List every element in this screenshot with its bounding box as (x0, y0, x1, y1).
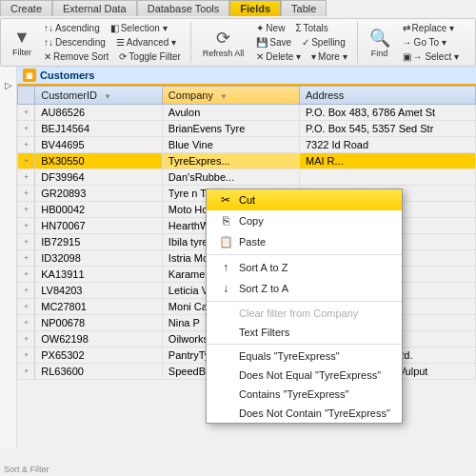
ctx-sep-2 (207, 301, 402, 302)
row-expand[interactable]: + (18, 315, 35, 331)
select-button[interactable]: ▣ → Select ▾ (399, 50, 463, 63)
row-expand[interactable]: + (18, 299, 35, 315)
ctx-copy[interactable]: Copy (207, 210, 402, 231)
row-expand[interactable]: + (18, 331, 35, 347)
cell-address: 7322 Id Road (300, 137, 476, 153)
remove-sort-button[interactable]: ✕ Remove Sort (40, 50, 112, 63)
app-container: Create External Data Database Tools Fiel… (0, 0, 476, 447)
ctx-sort-za[interactable]: Sort Z to A (207, 278, 402, 299)
cell-customer-id: PX65302 (35, 347, 163, 364)
tab-create[interactable]: Create (0, 0, 52, 16)
ctx-sep-3 (207, 344, 402, 345)
new-record-button[interactable]: ✦ New (252, 22, 288, 34)
cell-company: Dan'sRubbe... (162, 169, 299, 186)
table-row[interactable]: +BX30550TyreExpres...MAI R... (18, 153, 476, 169)
row-expand[interactable]: + (18, 283, 35, 299)
save-button[interactable]: 💾 Save (252, 36, 295, 49)
tab-bar: Create External Data Database Tools Fiel… (0, 0, 476, 16)
table-area: ▦ Customers CustomerID ▼ Comp (17, 67, 476, 447)
col-expander (18, 87, 35, 105)
totals-icon: Σ (295, 23, 301, 33)
spelling-button[interactable]: ✓ Spelling (298, 36, 349, 49)
context-menu: Cut Copy Paste Sort A to Z Sort Z t (206, 188, 403, 424)
delete-button[interactable]: ✕ Delete ▾ (252, 50, 305, 63)
totals-button[interactable]: Σ Totals (291, 22, 331, 34)
spelling-icon: ✓ (302, 37, 309, 48)
row-expand[interactable]: + (18, 202, 35, 218)
tab-external-data[interactable]: External Data (52, 0, 137, 16)
tab-database-tools[interactable]: Database Tools (137, 0, 230, 16)
cell-customer-id: HN70067 (35, 218, 163, 234)
cell-customer-id: GR20893 (35, 186, 163, 202)
ctx-sort-az[interactable]: Sort A to Z (207, 257, 402, 278)
row-expand[interactable]: + (18, 267, 35, 283)
filter-button[interactable]: ▼ Filter (7, 26, 37, 59)
ctx-cut[interactable]: Cut (207, 189, 402, 210)
cell-customer-id: DF39964 (35, 169, 163, 186)
ascending-button[interactable]: ↑↓ Ascending (40, 22, 104, 34)
table-row[interactable]: +BV44695Blue Vine7322 Id Road (18, 137, 476, 153)
row-expand[interactable]: + (18, 186, 35, 202)
col-company[interactable]: Company ▼ (162, 87, 299, 105)
find-button[interactable]: 🔍 Find (364, 26, 396, 60)
cell-customer-id: HB00042 (35, 202, 163, 218)
replace-button[interactable]: ⇄ Replace ▾ (399, 22, 463, 34)
sort-arrow: ▼ (104, 92, 111, 101)
cell-customer-id: BX30550 (35, 153, 163, 169)
row-expand[interactable]: + (18, 121, 35, 137)
table-row[interactable]: +DF39964Dan'sRubbe... (18, 169, 476, 186)
refresh-all-button[interactable]: ⟳ Refresh All (197, 26, 250, 60)
ctx-not-contains[interactable]: Does Not Contain "TyreExpress" (207, 404, 402, 423)
ascending-icon: ↑↓ (44, 23, 53, 33)
col-customer-id[interactable]: CustomerID ▼ (35, 87, 163, 105)
ctx-clear-filter: Clear filter from Company (207, 304, 402, 323)
cell-customer-id: OW62198 (35, 331, 163, 347)
table-title-bar: ▦ Customers (17, 67, 476, 86)
remove-sort-icon: ✕ (44, 51, 51, 62)
row-expand[interactable]: + (18, 137, 35, 153)
selection-button[interactable]: ◧ Selection ▾ (107, 22, 171, 34)
row-expand[interactable]: + (18, 234, 35, 250)
main-content: ▷ ▦ Customers CustomerID ▼ (0, 67, 476, 447)
cell-company: BrianEvens Tyre (162, 121, 299, 137)
row-expand[interactable]: + (18, 105, 35, 121)
cell-customer-id: RL63600 (35, 364, 163, 380)
table-row[interactable]: +BEJ14564BrianEvens TyreP.O. Box 545, 53… (18, 121, 476, 137)
ctx-text-filters[interactable]: Text Filters (207, 323, 402, 342)
table-icon: ▦ (23, 69, 36, 82)
ctx-not-equals[interactable]: Does Not Equal "TyreExpress" (207, 366, 402, 385)
new-icon: ✦ (256, 23, 264, 33)
cell-customer-id: LV84203 (35, 283, 163, 299)
cell-customer-id: MC27801 (35, 299, 163, 315)
ctx-equals[interactable]: Equals "TyreExpress" (207, 347, 402, 366)
row-expand[interactable]: + (18, 347, 35, 364)
col-address[interactable]: Address (300, 87, 476, 105)
row-expand[interactable]: + (18, 153, 35, 169)
cell-customer-id: KA13911 (35, 267, 163, 283)
row-expand[interactable]: + (18, 218, 35, 234)
ctx-paste[interactable]: Paste (207, 231, 402, 252)
advanced-button[interactable]: ☰ Advanced ▾ (112, 36, 180, 49)
more-button[interactable]: ▾ More ▾ (307, 50, 351, 63)
tab-fields[interactable]: Fields (229, 0, 281, 16)
goto-button[interactable]: → Go To ▾ (399, 36, 463, 49)
refresh-label: Refresh All (203, 49, 245, 58)
ctx-contains[interactable]: Contains "TyreExpress" (207, 385, 402, 404)
row-expand[interactable]: + (18, 169, 35, 186)
table-row[interactable]: +AU86526AvulonP.O. Box 483, 6786 Amet St (18, 105, 476, 121)
row-expand[interactable]: + (18, 250, 35, 267)
descending-button[interactable]: ↑↓ Descending (40, 36, 109, 49)
cell-customer-id: AU86526 (35, 105, 163, 121)
row-expand[interactable]: + (18, 364, 35, 380)
company-sort-arrow: ▼ (220, 92, 228, 101)
descending-icon: ↑↓ (44, 37, 53, 48)
cell-company: Avulon (162, 105, 299, 121)
tab-table[interactable]: Table (281, 0, 327, 16)
filter-label: Filter (12, 48, 31, 57)
cell-company: TyreExpres... (162, 153, 299, 169)
paste-icon (218, 235, 233, 248)
toggle-filter-button[interactable]: ⟳ Toggle Filter (115, 50, 184, 63)
sort-za-icon (218, 282, 233, 295)
cell-customer-id: ID32098 (35, 250, 163, 267)
more-icon: ▾ (311, 51, 316, 62)
